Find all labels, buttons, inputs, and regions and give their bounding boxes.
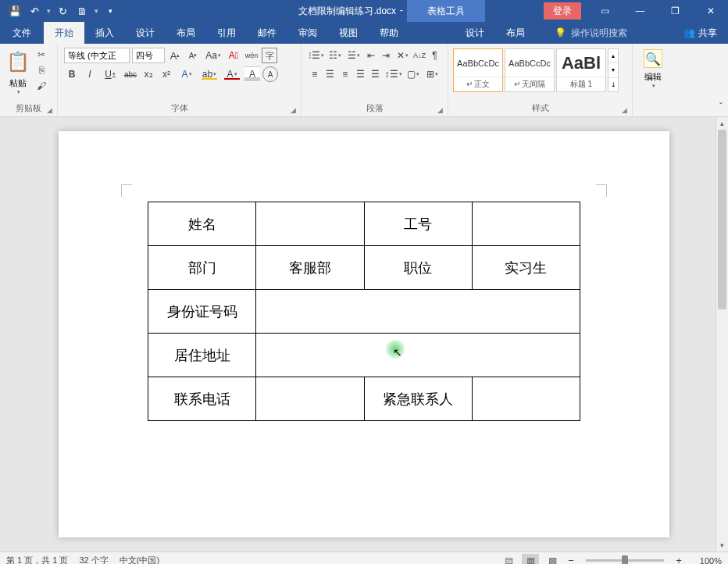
paragraph-launcher[interactable]: ◢: [437, 106, 443, 114]
borders-button[interactable]: ⊞▾: [423, 66, 441, 82]
tab-table-layout[interactable]: 布局: [495, 22, 536, 44]
cell-phone-label[interactable]: 联系电话: [148, 377, 256, 421]
cell-empno-value[interactable]: [472, 202, 580, 246]
clipboard-launcher[interactable]: ◢: [47, 106, 52, 114]
decrease-indent-button[interactable]: ⇤: [364, 48, 377, 63]
redo-button[interactable]: ↻: [54, 2, 71, 20]
table-row[interactable]: 身份证号码: [148, 290, 580, 334]
styles-launcher[interactable]: ◢: [622, 106, 627, 114]
login-button[interactable]: 登录: [544, 2, 581, 20]
cell-emergency-label[interactable]: 紧急联系人: [364, 377, 472, 421]
styles-down-button[interactable]: ▾: [608, 63, 618, 77]
zoom-out-button[interactable]: −: [566, 555, 576, 564]
tab-home[interactable]: 开始: [44, 22, 84, 44]
font-name-combo[interactable]: 等线 (中文正: [64, 48, 130, 63]
align-right-button[interactable]: ≡: [338, 66, 352, 82]
cell-position-label[interactable]: 职位: [364, 246, 472, 290]
status-page[interactable]: 第 1 页，共 1 页: [6, 555, 68, 564]
cut-button[interactable]: ✂: [34, 48, 48, 62]
multilevel-button[interactable]: ☱▾: [345, 48, 362, 63]
text-effects-button[interactable]: A▾: [177, 66, 197, 82]
scroll-down-button[interactable]: ▾: [716, 539, 728, 552]
tab-insert[interactable]: 插入: [84, 22, 125, 44]
zoom-level[interactable]: 100%: [689, 556, 722, 565]
style-no-spacing[interactable]: AaBbCcDc ↵ 无间隔: [505, 48, 555, 92]
scroll-up-button[interactable]: ▴: [716, 117, 728, 130]
tab-mailings[interactable]: 邮件: [247, 22, 287, 44]
align-left-button[interactable]: ≡: [308, 66, 322, 82]
page[interactable]: 姓名 工号 部门 客服部 职位 实习生 身份证号码 居住地址 联系电话: [59, 131, 669, 537]
save-button[interactable]: 💾: [6, 2, 23, 20]
collapse-ribbon-button[interactable]: ˇ: [716, 100, 726, 114]
table-row[interactable]: 居住地址: [148, 334, 580, 377]
italic-button[interactable]: I: [82, 66, 98, 82]
zoom-slider[interactable]: [586, 559, 664, 562]
preview-dropdown[interactable]: ▾: [94, 7, 98, 15]
char-border-button[interactable]: 字: [262, 48, 277, 63]
find-button[interactable]: 🔍 编辑 ▾: [637, 46, 669, 89]
show-marks-button[interactable]: ¶: [428, 48, 441, 63]
share-button[interactable]: 👥 共享: [683, 22, 717, 44]
asian-layout-button[interactable]: ✕▾: [394, 48, 411, 63]
view-print-button[interactable]: ▦: [522, 554, 539, 565]
bold-button[interactable]: B: [64, 66, 80, 82]
sort-button[interactable]: A↓Z: [412, 48, 426, 63]
enclose-char-button[interactable]: A: [262, 66, 278, 82]
zoom-thumb[interactable]: [622, 555, 628, 564]
close-button[interactable]: ✕: [693, 0, 728, 22]
shading-button[interactable]: ▢▾: [405, 66, 423, 82]
ribbon-display-button[interactable]: ▭: [587, 0, 623, 22]
table-row[interactable]: 联系电话 紧急联系人: [148, 377, 580, 421]
justify-button[interactable]: ☰: [354, 66, 368, 82]
copy-button[interactable]: ⎘: [34, 63, 48, 77]
shrink-font-button[interactable]: A▾: [185, 48, 201, 63]
cell-emergency-value[interactable]: [472, 377, 580, 421]
subscript-button[interactable]: x₂: [141, 66, 156, 82]
grow-font-button[interactable]: A▴: [167, 48, 183, 63]
cell-id-label[interactable]: 身份证号码: [148, 290, 256, 334]
clear-formatting-button[interactable]: Aͯ: [226, 48, 241, 63]
cell-phone-value[interactable]: [256, 377, 364, 421]
font-color-button[interactable]: A▾: [222, 66, 242, 82]
underline-button[interactable]: U▾: [100, 66, 120, 82]
styles-expand-button[interactable]: ⤓: [608, 78, 618, 91]
qat-customize[interactable]: ▾: [102, 2, 119, 20]
tab-help[interactable]: 帮助: [369, 22, 409, 44]
undo-dropdown[interactable]: ▾: [46, 7, 51, 15]
cell-address-label[interactable]: 居住地址: [148, 334, 256, 377]
font-size-combo[interactable]: 四号: [132, 48, 165, 63]
restore-button[interactable]: ❐: [658, 0, 693, 22]
highlight-button[interactable]: ab▾: [199, 66, 219, 82]
style-normal[interactable]: AaBbCcDc ↵ 正文: [453, 48, 503, 92]
tab-layout[interactable]: 布局: [166, 22, 206, 44]
tab-review[interactable]: 审阅: [287, 22, 328, 44]
print-preview-button[interactable]: 🗎: [73, 2, 91, 20]
tab-references[interactable]: 引用: [206, 22, 247, 44]
strike-button[interactable]: abc: [123, 66, 138, 82]
cell-empno-label[interactable]: 工号: [364, 202, 472, 246]
increase-indent-button[interactable]: ⇥: [379, 48, 392, 63]
char-shading-button[interactable]: A: [244, 66, 260, 82]
cell-name-label[interactable]: 姓名: [148, 202, 256, 246]
numbering-button[interactable]: ☷▾: [327, 48, 344, 63]
scroll-thumb[interactable]: [718, 130, 726, 309]
paste-button[interactable]: 📋 粘贴 ▾: [5, 46, 31, 102]
status-language[interactable]: 中文(中国): [120, 555, 159, 564]
align-center-button[interactable]: ☰: [323, 66, 337, 82]
view-web-button[interactable]: ▩: [544, 554, 561, 565]
style-heading1[interactable]: AaBl 标题 1: [556, 48, 606, 92]
font-launcher[interactable]: ◢: [291, 106, 296, 114]
superscript-button[interactable]: x²: [159, 66, 174, 82]
line-spacing-button[interactable]: ↕☰▾: [384, 66, 403, 82]
change-case-button[interactable]: Aa▾: [203, 48, 223, 63]
vertical-scrollbar[interactable]: ▴ ▾: [716, 117, 728, 552]
table-row[interactable]: 部门 客服部 职位 实习生: [148, 246, 580, 290]
cell-name-value[interactable]: [256, 202, 364, 246]
tab-file[interactable]: 文件: [0, 22, 44, 44]
view-read-button[interactable]: ▤: [500, 554, 517, 565]
format-painter-button[interactable]: 🖌: [34, 79, 48, 93]
cell-dept-label[interactable]: 部门: [148, 246, 256, 290]
bullets-button[interactable]: ⁝☰▾: [308, 48, 325, 63]
distribute-button[interactable]: ☰: [369, 66, 383, 82]
phonetic-guide-button[interactable]: wén: [244, 48, 259, 63]
